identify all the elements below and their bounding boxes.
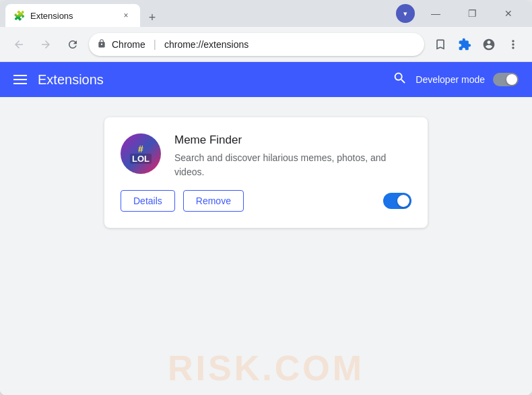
- refresh-button[interactable]: [62, 34, 84, 55]
- toolbar-icons: [430, 34, 524, 55]
- hamburger-line: [13, 83, 27, 84]
- extension-enabled-toggle[interactable]: [383, 193, 411, 209]
- omnibox[interactable]: Chrome | chrome://extensions: [89, 33, 424, 56]
- extensions-page-title: Extensions: [38, 72, 382, 88]
- extension-description: Search and discover hilarious memes, pho…: [174, 151, 411, 179]
- window-controls: — ❐ ✕: [420, 3, 527, 24]
- tab-area: 🧩 Extensions × +: [5, 0, 388, 27]
- developer-mode-label: Developer mode: [415, 74, 485, 85]
- forward-button[interactable]: [35, 34, 57, 55]
- menu-button[interactable]: [502, 34, 524, 55]
- remove-button[interactable]: Remove: [183, 190, 244, 212]
- close-button[interactable]: ✕: [493, 3, 524, 24]
- card-info: Meme Finder Search and discover hilariou…: [174, 133, 411, 179]
- card-actions: Details Remove: [121, 190, 411, 212]
- lol-text: LOL: [130, 154, 152, 164]
- hamburger-line: [13, 79, 27, 80]
- address-bar: Chrome | chrome://extensions: [0, 27, 532, 62]
- tab-close-button[interactable]: ×: [120, 9, 132, 22]
- profile-button[interactable]: ▾: [396, 4, 415, 23]
- extension-card: # LOL Meme Finder Search and discover hi…: [104, 117, 428, 228]
- main-content: 🔍 # LOL Meme Finder Search and discover …: [0, 97, 532, 395]
- extensions-toolbar-right: Developer mode: [393, 71, 519, 89]
- active-tab[interactable]: 🧩 Extensions ×: [5, 4, 140, 27]
- back-button[interactable]: [8, 34, 30, 55]
- watermark-text: RISK.COM: [0, 348, 532, 388]
- maximize-button[interactable]: ❐: [457, 3, 488, 24]
- hash-symbol: #: [138, 144, 143, 154]
- extension-icon: # LOL: [121, 133, 161, 174]
- bookmark-button[interactable]: [430, 34, 451, 55]
- url-separator: |: [154, 38, 156, 51]
- title-bar: 🧩 Extensions × + ▾ — ❐ ✕: [0, 0, 532, 27]
- tab-icon: 🧩: [13, 10, 25, 21]
- enabled-toggle-thumb: [397, 195, 409, 207]
- site-name: Chrome: [112, 39, 145, 50]
- developer-mode-toggle[interactable]: [493, 73, 519, 86]
- browser-window: 🧩 Extensions × + ▾ — ❐ ✕: [0, 0, 532, 395]
- lock-icon: [97, 38, 106, 50]
- card-top: # LOL Meme Finder Search and discover hi…: [121, 133, 411, 179]
- extensions-header: Extensions Developer mode: [0, 62, 532, 97]
- extensions-button[interactable]: [454, 34, 475, 55]
- tab-title: Extensions: [30, 11, 114, 21]
- profile-area: ▾: [393, 4, 415, 23]
- extension-icon-inner: # LOL: [130, 144, 152, 164]
- new-tab-button[interactable]: +: [143, 8, 162, 27]
- extension-name: Meme Finder: [174, 133, 411, 147]
- profile-icon-button[interactable]: [478, 34, 500, 55]
- hamburger-menu[interactable]: [13, 75, 27, 84]
- details-button[interactable]: Details: [121, 190, 175, 212]
- hamburger-line: [13, 75, 27, 76]
- url-display: chrome://extensions: [164, 39, 416, 50]
- search-button[interactable]: [393, 71, 407, 89]
- toggle-thumb: [506, 74, 517, 85]
- minimize-button[interactable]: —: [420, 3, 451, 24]
